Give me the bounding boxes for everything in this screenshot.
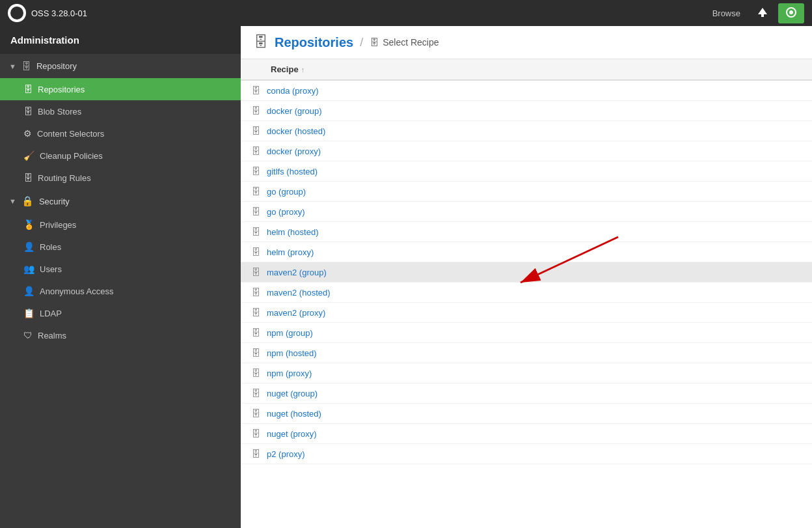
- row-label: maven2 (proxy): [267, 308, 325, 318]
- privileges-icon: 🏅: [23, 219, 34, 230]
- row-label: nuget (proxy): [267, 429, 317, 439]
- table-row[interactable]: 🗄 npm (group): [241, 323, 812, 343]
- table-header-recipe[interactable]: Recipe ↑: [271, 64, 310, 74]
- row-db-icon: 🗄: [251, 388, 260, 398]
- table-row[interactable]: 🗄 helm (proxy): [241, 242, 812, 262]
- sidebar-content: ▼ 🗄 Repository 🗄 Repositories 🗄 Blob Sto…: [0, 54, 241, 528]
- roles-icon: 👤: [23, 242, 34, 252]
- table-row[interactable]: 🗄 docker (group): [241, 101, 812, 121]
- row-db-icon: 🗄: [251, 105, 260, 116]
- table-row[interactable]: 🗄 docker (hosted): [241, 121, 812, 141]
- row-db-icon: 🗄: [251, 85, 260, 96]
- users-label: Users: [40, 264, 62, 274]
- nav-admin[interactable]: [778, 3, 804, 23]
- row-db-icon: 🗄: [251, 449, 260, 459]
- sidebar-item-privileges[interactable]: 🏅 Privileges: [0, 214, 241, 236]
- table-row[interactable]: 🗄 p2 (proxy): [241, 444, 812, 464]
- row-label: maven2 (group): [267, 268, 327, 277]
- row-label: npm (hosted): [267, 348, 317, 358]
- repository-arrow: ▼: [9, 63, 16, 70]
- row-label: maven2 (hosted): [267, 288, 331, 298]
- row-db-icon: 🗄: [251, 166, 260, 176]
- table-row[interactable]: 🗄 gitlfs (hosted): [241, 161, 812, 182]
- table-row[interactable]: 🗄 docker (proxy): [241, 141, 812, 161]
- row-label: docker (group): [267, 106, 322, 116]
- privileges-label: Privileges: [40, 220, 76, 230]
- row-label: nuget (hosted): [267, 409, 321, 419]
- logo-text: OSS 3.28.0-01: [31, 8, 87, 18]
- table-row[interactable]: 🗄 go (group): [241, 182, 812, 202]
- sidebar-item-users[interactable]: 👥 Users: [0, 258, 241, 280]
- cleanup-policies-icon: 🧹: [23, 150, 34, 161]
- blob-stores-label: Blob Stores: [38, 107, 81, 117]
- top-nav: Browse: [706, 3, 804, 23]
- sidebar-item-routing-rules[interactable]: 🗄 Routing Rules: [0, 167, 241, 189]
- sidebar-item-ldap[interactable]: 📋 LDAP: [0, 302, 241, 324]
- users-icon: 👥: [23, 264, 34, 274]
- table-row[interactable]: 🗄 npm (hosted): [241, 343, 812, 363]
- svg-rect-1: [761, 14, 764, 17]
- table-row[interactable]: 🗄 go (proxy): [241, 202, 812, 222]
- sort-icon: ↑: [301, 66, 305, 74]
- row-label: helm (hosted): [267, 227, 318, 237]
- sidebar-section-security[interactable]: ▼ 🔒 Security: [0, 189, 241, 214]
- cleanup-policies-label: Cleanup Policies: [40, 151, 103, 161]
- sidebar-item-roles[interactable]: 👤 Roles: [0, 236, 241, 258]
- row-db-icon: 🗄: [251, 408, 260, 419]
- page-icon: 🗄: [254, 34, 268, 51]
- row-db-icon: 🗄: [251, 186, 260, 197]
- admin-icon: [785, 6, 798, 19]
- routing-rules-label: Routing Rules: [38, 173, 91, 183]
- sidebar-item-realms[interactable]: 🛡 Realms: [0, 324, 241, 346]
- sidebar-item-cleanup-policies[interactable]: 🧹 Cleanup Policies: [0, 145, 241, 167]
- logo-icon: [8, 4, 26, 22]
- sidebar-section-repository[interactable]: ▼ 🗄 Repository: [0, 54, 241, 78]
- realms-label: Realms: [38, 331, 66, 340]
- table-body: 🗄 conda (proxy) 🗄 docker (group) 🗄 docke…: [241, 81, 812, 528]
- table-row[interactable]: 🗄 conda (proxy): [241, 81, 812, 101]
- row-label: p2 (proxy): [267, 449, 305, 459]
- row-label: docker (hosted): [267, 126, 325, 136]
- sidebar-item-content-selectors[interactable]: ⚙ Content Selectors: [0, 122, 241, 145]
- row-label: gitlfs (hosted): [267, 167, 318, 176]
- table-row[interactable]: 🗄 nuget (proxy): [241, 424, 812, 444]
- sidebar-header: Administration: [0, 26, 241, 54]
- row-db-icon: 🗄: [251, 267, 260, 277]
- ldap-icon: 📋: [23, 308, 34, 318]
- row-label: npm (group): [267, 328, 313, 338]
- repository-section-icon: 🗄: [21, 61, 31, 72]
- column-recipe-label: Recipe: [271, 64, 299, 74]
- anonymous-access-label: Anonymous Access: [40, 286, 113, 296]
- breadcrumb-icon: 🗄: [370, 37, 379, 48]
- repositories-label: Repositories: [38, 85, 85, 94]
- row-db-icon: 🗄: [251, 348, 260, 358]
- breadcrumb-label: Select Recipe: [383, 37, 439, 48]
- sidebar-item-blob-stores[interactable]: 🗄 Blob Stores: [0, 100, 241, 122]
- security-arrow: ▼: [9, 197, 16, 205]
- page-header: 🗄 Repositories / 🗄 Select Recipe: [241, 26, 812, 59]
- table-row[interactable]: 🗄 maven2 (hosted): [241, 283, 812, 303]
- table-row[interactable]: 🗄 nuget (group): [241, 383, 812, 404]
- blob-stores-icon: 🗄: [23, 106, 33, 117]
- row-label: helm (proxy): [267, 247, 314, 257]
- table-row[interactable]: 🗄 maven2 (proxy): [241, 303, 812, 323]
- logo-inner: [10, 7, 23, 20]
- anonymous-access-icon: 👤: [23, 286, 34, 296]
- sidebar-item-anonymous-access[interactable]: 👤 Anonymous Access: [0, 280, 241, 302]
- row-db-icon: 🗄: [251, 126, 260, 136]
- main-layout: Administration ▼ 🗄 Repository 🗄 Reposito…: [0, 26, 812, 528]
- svg-point-3: [789, 10, 793, 14]
- row-db-icon: 🗄: [251, 227, 260, 237]
- security-section-icon: 🔒: [21, 195, 34, 207]
- row-db-icon: 🗄: [251, 307, 260, 318]
- row-db-icon: 🗄: [251, 327, 260, 338]
- table-row[interactable]: 🗄 npm (proxy): [241, 363, 812, 383]
- breadcrumb: 🗄 Select Recipe: [370, 37, 439, 48]
- table-row[interactable]: 🗄 helm (hosted): [241, 222, 812, 242]
- table-row[interactable]: 🗄 maven2 (group): [241, 262, 812, 283]
- sidebar-item-repositories[interactable]: 🗄 Repositories: [0, 78, 241, 100]
- content-selectors-icon: ⚙: [23, 128, 32, 139]
- nav-browse[interactable]: Browse: [706, 6, 747, 21]
- table-row[interactable]: 🗄 nuget (hosted): [241, 404, 812, 424]
- nav-upload[interactable]: [750, 3, 776, 23]
